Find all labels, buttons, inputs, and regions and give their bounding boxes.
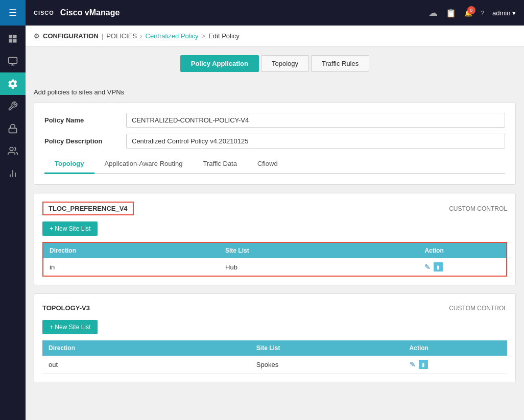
new-site-btn-1[interactable]: + New Site List bbox=[42, 221, 98, 236]
cell-direction-1-0: in bbox=[43, 258, 219, 276]
cell-sitelist-1-0: Hub bbox=[219, 258, 349, 276]
notifications[interactable]: 🔔 8 bbox=[464, 9, 472, 17]
breadcrumb-policies[interactable]: POLICIES bbox=[106, 32, 137, 40]
sidebar-item-config[interactable] bbox=[0, 72, 26, 95]
svg-rect-3 bbox=[13, 39, 17, 43]
inner-tab-cflowd[interactable]: Cflowd bbox=[247, 155, 288, 174]
policy-desc-row: Policy Description bbox=[44, 134, 505, 149]
tab-bar: Policy Application Topology Traffic Rule… bbox=[180, 55, 370, 72]
action-icons-1-0: ✎ ▮ bbox=[424, 262, 500, 271]
th-sitelist-1: Site List bbox=[219, 242, 349, 258]
th-empty-1 bbox=[349, 242, 418, 258]
th-direction-2: Direction bbox=[42, 340, 250, 356]
delete-icon-2-0[interactable]: ▮ bbox=[419, 360, 428, 369]
policy-desc-input[interactable] bbox=[126, 134, 505, 149]
topbar-right: ☁ 📋 🔔 8 ? admin ▾ bbox=[428, 7, 516, 18]
th-sitelist-2: Site List bbox=[250, 340, 403, 356]
cloud-icon[interactable]: ☁ bbox=[428, 7, 438, 18]
table-row: in Hub ✎ ▮ bbox=[43, 258, 507, 276]
notif-badge: 8 bbox=[467, 6, 475, 14]
cisco-logo: CISCO bbox=[34, 10, 54, 16]
cell-sitelist-2-0: Spokes bbox=[250, 356, 403, 374]
edit-icon-1-0[interactable]: ✎ bbox=[424, 263, 431, 271]
svg-rect-1 bbox=[13, 35, 17, 39]
policy-block-2-header: TOPOLOGY-V3 CUSTOM CONTROL bbox=[42, 302, 507, 314]
breadcrumb-current: Edit Policy bbox=[208, 32, 240, 40]
topbar: CISCO Cisco vManage ☁ 📋 🔔 8 ? admin ▾ bbox=[26, 0, 524, 26]
policy-1-type: CUSTOM CONTROL bbox=[449, 205, 507, 212]
breadcrumb-sep: | bbox=[102, 32, 103, 40]
svg-rect-0 bbox=[9, 35, 13, 39]
policy-block-1: TLOC_PREFERENCE_V4 CUSTOM CONTROL + New … bbox=[34, 193, 516, 285]
tab-policy-application[interactable]: Policy Application bbox=[180, 55, 259, 72]
sidebar: ☰ bbox=[0, 0, 26, 420]
gear-icon: ⚙ bbox=[34, 32, 40, 40]
svg-rect-7 bbox=[9, 128, 17, 133]
sidebar-item-home[interactable] bbox=[0, 28, 26, 50]
policy-table-1: Direction Site List Action in Hub ✎ bbox=[42, 242, 507, 277]
user-menu[interactable]: admin ▾ bbox=[492, 9, 516, 17]
svg-point-8 bbox=[10, 147, 13, 151]
breadcrumb-centralized[interactable]: Centralized Policy bbox=[146, 32, 199, 40]
topbar-title: Cisco vManage bbox=[60, 8, 120, 17]
table-header-row-2: Direction Site List Action bbox=[42, 340, 507, 356]
cell-direction-2-0: out bbox=[42, 356, 250, 374]
inner-tab-traffic-data[interactable]: Traffic Data bbox=[193, 155, 247, 174]
sidebar-item-monitor[interactable] bbox=[0, 50, 26, 72]
help-icon[interactable]: ? bbox=[481, 9, 484, 17]
tab-bar-wrapper: Policy Application Topology Traffic Rule… bbox=[34, 55, 516, 80]
main-content: CISCO Cisco vManage ☁ 📋 🔔 8 ? admin ▾ ⚙ … bbox=[26, 0, 524, 420]
policy-1-name: TLOC_PREFERENCE_V4 bbox=[42, 202, 134, 215]
policy-block-2: TOPOLOGY-V3 CUSTOM CONTROL + New Site Li… bbox=[34, 293, 516, 382]
file-icon[interactable]: 📋 bbox=[446, 8, 456, 18]
sidebar-item-users[interactable] bbox=[0, 140, 26, 162]
sidebar-item-reports[interactable] bbox=[0, 162, 26, 185]
th-direction-1: Direction bbox=[43, 242, 219, 258]
policy-desc-label: Policy Description bbox=[44, 137, 126, 145]
breadcrumb-bar: ⚙ CONFIGURATION | POLICIES › Centralized… bbox=[26, 26, 524, 47]
sidebar-top: ☰ bbox=[0, 0, 26, 26]
breadcrumb-arrow2: > bbox=[202, 32, 206, 40]
table-row: out Spokes ✎ ▮ bbox=[42, 356, 507, 374]
cell-action-2-0: ✎ ▮ bbox=[403, 356, 507, 374]
form-card: Policy Name Policy Description Topology … bbox=[34, 102, 516, 185]
svg-rect-4 bbox=[9, 58, 17, 64]
edit-icon-2-0[interactable]: ✎ bbox=[410, 360, 416, 368]
tab-topology[interactable]: Topology bbox=[261, 55, 309, 72]
policy-2-type: CUSTOM CONTROL bbox=[449, 305, 507, 312]
cell-action-1-0: ✎ ▮ bbox=[418, 258, 507, 276]
delete-icon-1-0[interactable]: ▮ bbox=[434, 262, 443, 271]
policy-table-2: Direction Site List Action out Spokes ✎ … bbox=[42, 340, 507, 374]
policy-name-row: Policy Name bbox=[44, 113, 505, 128]
hamburger-icon[interactable]: ☰ bbox=[9, 7, 17, 18]
subtitle: Add policies to sites and VPNs bbox=[34, 88, 516, 96]
sidebar-item-admin[interactable] bbox=[0, 117, 26, 140]
cell-empty-1-0 bbox=[349, 258, 418, 276]
policy-name-label: Policy Name bbox=[44, 116, 126, 124]
tab-traffic-rules[interactable]: Traffic Rules bbox=[311, 55, 369, 72]
table-header-row-1: Direction Site List Action bbox=[43, 242, 507, 258]
inner-tabs: Topology Application-Aware Routing Traff… bbox=[44, 155, 505, 174]
th-action-2: Action bbox=[403, 340, 507, 356]
new-site-btn-2[interactable]: + New Site List bbox=[42, 320, 98, 334]
topbar-logo: CISCO bbox=[34, 10, 54, 16]
th-action-1: Action bbox=[418, 242, 507, 258]
inner-tab-app-aware[interactable]: Application-Aware Routing bbox=[94, 155, 193, 174]
policy-block-1-header: TLOC_PREFERENCE_V4 CUSTOM CONTROL bbox=[42, 202, 507, 215]
breadcrumb-arrow1: › bbox=[140, 32, 142, 40]
svg-rect-2 bbox=[9, 39, 13, 43]
inner-tab-topology[interactable]: Topology bbox=[44, 155, 94, 174]
policy-name-input[interactable] bbox=[126, 113, 505, 128]
policy-2-name: TOPOLOGY-V3 bbox=[42, 302, 90, 314]
sidebar-item-tools[interactable] bbox=[0, 95, 26, 117]
breadcrumb-config: CONFIGURATION bbox=[43, 32, 99, 40]
page-body: Policy Application Topology Traffic Rule… bbox=[26, 47, 524, 420]
action-icons-2-0: ✎ ▮ bbox=[410, 360, 501, 369]
